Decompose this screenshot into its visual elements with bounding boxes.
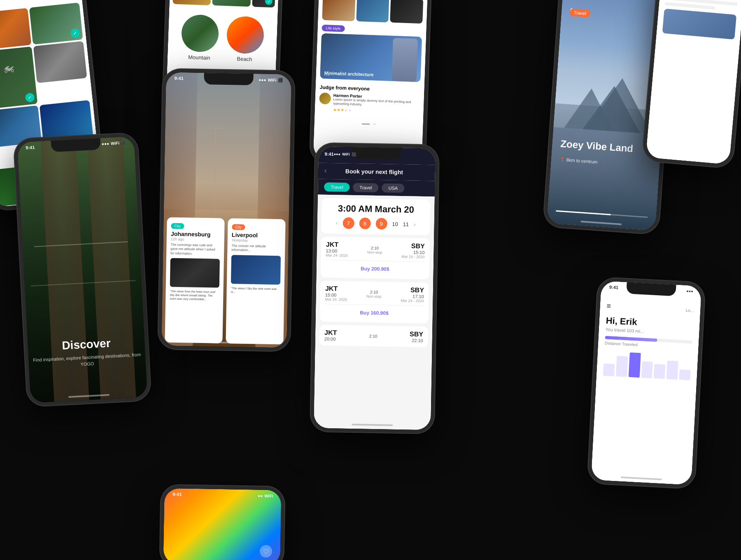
city-tag-1: City <box>171 223 184 229</box>
blog-img-3 <box>390 0 424 23</box>
to-airport-1: SBY <box>402 242 425 250</box>
buy-button-1[interactable]: Buy 200.90$ <box>326 263 424 275</box>
phone-screen: 9:41 ●●●WiFi⬛ ‹ Book your next flight Tr… <box>314 147 436 430</box>
city-quote-1: "The views from the hotel room and Sky B… <box>170 289 219 301</box>
city-card-liverpool: City Liverpool Yesterday The concier me … <box>226 218 285 344</box>
time-9[interactable]: 9 <box>375 218 387 229</box>
tab-usa[interactable]: USA <box>382 183 404 193</box>
nonstop-1: Non-stop <box>367 250 382 254</box>
to-airport-2: SBY <box>401 286 424 294</box>
photo-cell-3[interactable] <box>33 41 87 83</box>
city-tag-2: City <box>232 224 245 230</box>
cards-overlay: City Johannesburg 12h ago The concierge … <box>161 214 289 348</box>
status-icons: ●●●WiFi⬛ <box>259 77 283 82</box>
flight-route-2: JKT 15:00 Mar 24- 2020 2:10 Non-stop SBY… <box>325 285 424 303</box>
time-display: 3:00 AM March 20 <box>326 203 425 215</box>
flight-route-1: JKT 13:00 Mar 24- 2020 2:10 Non-stop SBY… <box>326 241 425 259</box>
from-airport-2: JKT <box>325 285 347 293</box>
flight-card-3: JKT 20:00 2:10 SBY 22:10 <box>319 325 429 348</box>
city-photo-1 <box>170 258 220 288</box>
discover-text-block: Discover Find inspiration, explore fasci… <box>28 335 146 371</box>
flight-header-title: Book your next flight <box>327 167 422 175</box>
phone-screen: 9:41 ●●● Life style Minimalist architec <box>313 0 428 163</box>
colorful-background: 9:41 ●●WiFi ♡ <box>163 488 281 560</box>
city-quote-2: "The views f Sky Bar whe room was m... <box>231 286 280 294</box>
travel-tag: Travel <box>569 9 590 17</box>
city-desc-2: The concier me attitude information... <box>231 244 281 253</box>
depart-date-2: Mar 24- 2020 <box>325 297 347 302</box>
arrive-time-1: 15:10 <box>401 250 424 255</box>
phone-colorful: 9:41 ●●WiFi ♡ <box>160 485 284 560</box>
hamburger-menu[interactable]: ≡ <box>606 302 611 311</box>
mountain-option[interactable]: Mountain <box>181 14 219 61</box>
duration-3: 2:10 <box>369 334 377 338</box>
status-time: 9:41 <box>172 492 182 497</box>
duration-2: 2:10 Non-stop <box>366 289 382 299</box>
beach-circle <box>226 16 264 54</box>
nonstop-2: Non-stop <box>366 294 382 299</box>
city-time-1: 12h ago <box>171 237 220 242</box>
arrive-time-3: 22:10 <box>410 338 423 343</box>
phone-screen: Already have <box>645 0 741 165</box>
phone-notch <box>352 147 401 159</box>
content-image <box>662 9 737 40</box>
blog-video: Minimalist architecture • • • <box>320 33 422 82</box>
status-time: 9:41 <box>609 285 619 290</box>
blog-images-row <box>318 0 427 24</box>
status-icons: ●●● <box>686 289 693 294</box>
phone-screen: 9:41 ●●● ≡ Lo... Hi, Erik You travel 103… <box>591 281 702 485</box>
phone-already-have: Already have <box>642 0 741 168</box>
judge-avatar <box>319 93 331 105</box>
status-bar: 9:41 ●●WiFi <box>164 492 281 499</box>
to-airport-3: SBY <box>410 331 423 338</box>
status-time: 9:41 <box>26 145 35 150</box>
location-label: Lo... <box>686 308 694 313</box>
time-7[interactable]: 7 <box>343 217 354 229</box>
home-indicator <box>621 476 662 480</box>
depart-date-1: Mar 24- 2020 <box>326 253 348 258</box>
tab-travel-1[interactable]: Travel <box>324 182 350 192</box>
duration-time-1: 2:10 <box>367 245 382 250</box>
time-right-arrow[interactable]: › <box>414 221 416 228</box>
turkiye-background: 9:41 ●●●WiFi⬛ Türkiye City Johannesburg … <box>161 72 291 348</box>
time-11[interactable]: 11 <box>403 221 409 227</box>
phone-screen: 9:41 ●●●WiFi⬛ Türkiye City Johannesburg … <box>161 72 291 348</box>
flight-card-1: JKT 13:00 Mar 24- 2020 2:10 Non-stop SBY… <box>320 237 430 280</box>
depart-time-3: 20:00 <box>324 336 337 342</box>
phone-hi-erik: 9:41 ●●● ≡ Lo... Hi, Erik You travel 103… <box>587 278 705 489</box>
mountain-circle <box>181 14 219 53</box>
circles-row: Mountain Beach <box>167 5 278 71</box>
city-card-johannesburg: City Johannesburg 12h ago The concierge … <box>165 217 224 343</box>
buy-button-2[interactable]: Buy 160.90$ <box>325 307 424 319</box>
arrive-date-2: Mar 24 - 2020 <box>401 299 424 303</box>
tab-travel-2[interactable]: Travel <box>353 183 379 192</box>
phone-screen: 9:41 ●●●WiFi⬛ Discover Find inspiration,… <box>17 136 148 403</box>
beach-option[interactable]: Beach <box>226 16 265 63</box>
time-8[interactable]: 8 <box>359 217 370 229</box>
photo-cell-1[interactable] <box>0 8 31 50</box>
phone-screen: 9:41 ●●WiFi ♡ <box>163 488 281 560</box>
judge-section: Judge from everyone Harmen Porter Lorem … <box>315 82 424 119</box>
status-time: 9:41 <box>325 152 334 156</box>
time-10[interactable]: 10 <box>392 221 398 227</box>
arrive-time-2: 17:10 <box>401 294 424 299</box>
arrive-date-1: Mar 24 - 2020 <box>401 254 424 259</box>
beach-label: Beach <box>226 55 263 63</box>
from-airport-1: JKT <box>326 241 348 249</box>
flight-card-2: JKT 15:00 Mar 24- 2020 2:10 Non-stop SBY… <box>320 281 429 324</box>
phone-turkiye: 9:41 ●●●WiFi⬛ Türkiye City Johannesburg … <box>158 69 295 351</box>
city-photo-2 <box>231 255 281 285</box>
status-icons: ●●WiFi <box>258 493 273 498</box>
judge-row: Harmen Porter Lorem ipsum is simply dumm… <box>319 93 420 115</box>
time-left-arrow[interactable]: ‹ <box>336 219 338 226</box>
discover-background: 9:41 ●●●WiFi⬛ Discover Find inspiration,… <box>17 136 148 403</box>
phone-blog-social: 9:41 ●●● Life style Minimalist architec <box>310 0 431 167</box>
blog-img-1 <box>322 0 355 21</box>
time-numbers: ‹ 7 8 9 10 11 › <box>326 217 425 230</box>
photo-cell-2[interactable]: ✓ <box>29 2 83 44</box>
blog-img-2 <box>356 0 389 22</box>
duration-time-3: 2:10 <box>369 334 377 338</box>
photo-cell-moto[interactable]: 🏍 ✓ <box>0 47 37 109</box>
heart-icon[interactable]: ♡ <box>260 545 273 558</box>
blog-video-dots: • • • <box>324 73 330 77</box>
